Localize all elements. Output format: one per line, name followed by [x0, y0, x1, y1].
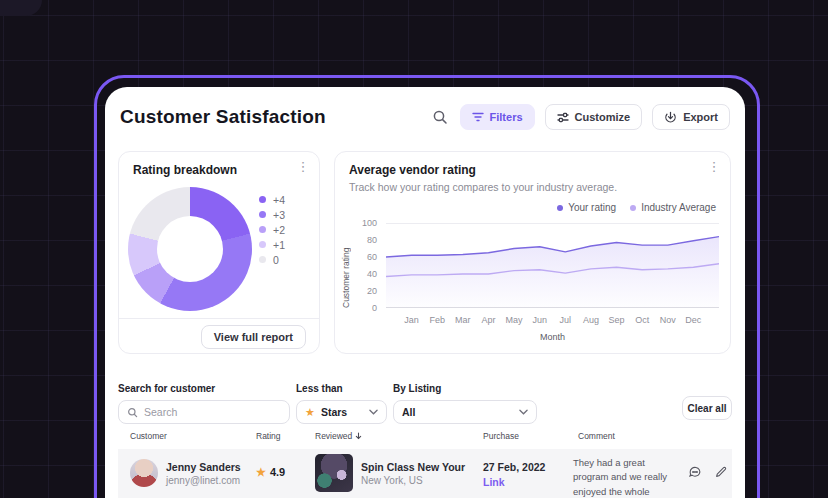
- chevron-down-icon: [519, 409, 528, 415]
- export-icon: [664, 111, 677, 124]
- page-title: Customer Satisfaction: [120, 106, 432, 128]
- filters-button-label: Filters: [490, 111, 523, 123]
- customer-email: jenny@linet.com: [166, 475, 240, 486]
- vendor-rating-subtitle: Track how your rating compares to your i…: [349, 181, 617, 193]
- x-axis-ticks: JanFebMarAprMayJunJulAugSepOctNovDec: [386, 315, 719, 327]
- search-input[interactable]: [144, 406, 281, 418]
- search-icon[interactable]: [432, 108, 450, 126]
- kebab-menu-icon[interactable]: ⋮: [295, 160, 311, 174]
- donut-legend-item: +1: [259, 237, 285, 252]
- purchase-date: 27 Feb, 2022: [483, 461, 545, 473]
- view-full-report-button[interactable]: View full report: [201, 325, 306, 349]
- listing-dropdown-value: All: [402, 406, 415, 418]
- sort-desc-icon: [355, 432, 362, 440]
- avatar: [130, 459, 158, 487]
- panel-divider: [119, 318, 319, 319]
- export-button[interactable]: Export: [652, 104, 730, 130]
- search-customer-group: Search for customer: [118, 383, 290, 424]
- column-header-rating[interactable]: Rating: [256, 431, 281, 441]
- donut-hole: [157, 216, 223, 282]
- line-chart-svg: [386, 223, 719, 308]
- purchase-link[interactable]: Link: [483, 476, 505, 488]
- search-customer-label: Search for customer: [118, 383, 290, 394]
- rating-value: 4.9: [270, 466, 285, 478]
- clear-all-button[interactable]: Clear all: [682, 396, 732, 420]
- comment-action-icon[interactable]: [688, 465, 702, 479]
- stars-dropdown-value: Stars: [321, 406, 347, 418]
- y-axis-label: Customer rating: [341, 223, 351, 308]
- vendor-rating-title: Average vendor rating: [349, 163, 476, 177]
- card-header: Customer Satisfaction Filters Customize: [120, 103, 730, 131]
- donut-legend: +4+3+2+10: [259, 192, 285, 267]
- column-header-reviewed-label: Reviewed: [315, 431, 352, 441]
- charts-row: Rating breakdown ⋮ +4+3+2+10 View full r…: [118, 151, 731, 354]
- line-chart-plot: [386, 223, 719, 308]
- rating-cell: ★ 4.9: [256, 466, 285, 478]
- listing-title: Spin Class New Your: [361, 461, 465, 473]
- rating-breakdown-title: Rating breakdown: [133, 163, 237, 177]
- by-listing-label: By Listing: [393, 383, 537, 394]
- line-chart-legend: Your ratingIndustry Average: [557, 202, 716, 213]
- column-header-purchase[interactable]: Purchase: [483, 431, 519, 441]
- donut-chart: [128, 187, 252, 311]
- less-than-label: Less than: [296, 383, 387, 394]
- comment-text: They had a great program and we really e…: [573, 456, 675, 498]
- listing-thumbnail: [315, 454, 353, 492]
- filter-icon: [472, 112, 484, 122]
- search-icon: [127, 407, 138, 418]
- donut-legend-item: +2: [259, 222, 285, 237]
- by-listing-group: By Listing All: [393, 383, 537, 424]
- x-axis-label: Month: [386, 332, 719, 342]
- kebab-menu-icon[interactable]: ⋮: [706, 160, 722, 174]
- listing-location: New York, US: [361, 475, 423, 486]
- legend-item: Industry Average: [630, 202, 716, 213]
- y-axis-ticks: 020406080100: [353, 223, 381, 308]
- stars-dropdown[interactable]: ★ Stars: [296, 400, 387, 424]
- legend-item: Your rating: [557, 202, 616, 213]
- desktop-background: Customer Satisfaction Filters Customize: [0, 0, 828, 498]
- edit-action-icon[interactable]: [714, 465, 728, 479]
- donut-legend-item: +3: [259, 207, 285, 222]
- table-row[interactable]: Jenny Sanders jenny@linet.com ★ 4.9 Spin…: [118, 449, 732, 498]
- listing-dropdown[interactable]: All: [393, 400, 537, 424]
- filters-button[interactable]: Filters: [460, 104, 535, 130]
- vendor-rating-panel: Average vendor rating Track how your rat…: [334, 151, 731, 354]
- header-actions: Filters Customize Export: [432, 104, 730, 130]
- chevron-down-icon: [369, 409, 378, 415]
- rating-breakdown-panel: Rating breakdown ⋮ +4+3+2+10 View full r…: [118, 151, 320, 354]
- star-icon: ★: [256, 467, 266, 478]
- column-header-reviewed[interactable]: Reviewed: [315, 431, 362, 441]
- donut-legend-item: 0: [259, 252, 285, 267]
- customize-button-label: Customize: [575, 111, 631, 123]
- customer-name: Jenny Sanders: [166, 461, 241, 473]
- star-icon: ★: [305, 407, 315, 418]
- dashboard-card: Customer Satisfaction Filters Customize: [105, 87, 745, 498]
- sliders-icon: [557, 112, 569, 123]
- customer-search-box: [118, 400, 290, 424]
- less-than-group: Less than ★ Stars: [296, 383, 387, 424]
- column-header-comment[interactable]: Comment: [578, 431, 615, 441]
- export-button-label: Export: [683, 111, 718, 123]
- background-window-silhouette: [0, 0, 42, 16]
- customize-button[interactable]: Customize: [545, 104, 643, 130]
- column-header-customer[interactable]: Customer: [130, 431, 167, 441]
- donut-legend-item: +4: [259, 192, 285, 207]
